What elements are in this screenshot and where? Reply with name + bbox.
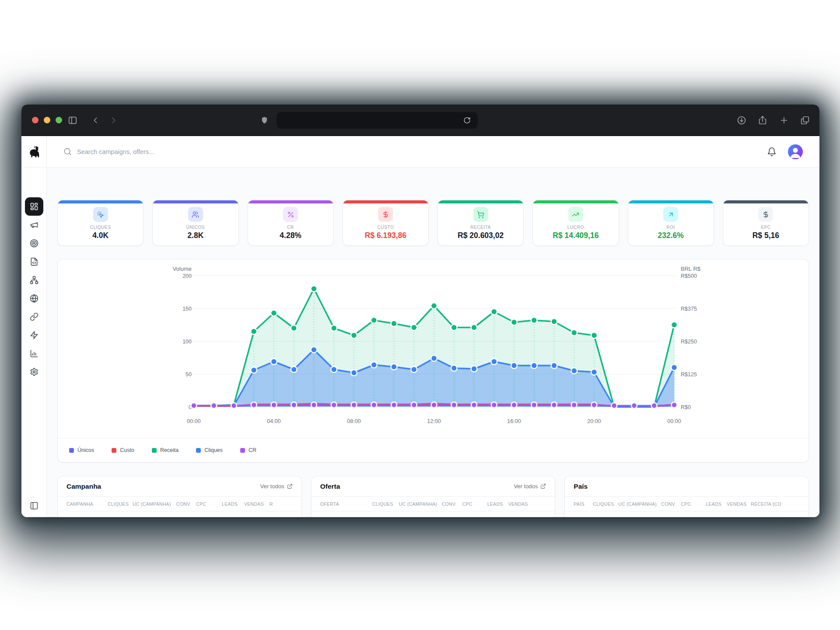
maximize-button[interactable] bbox=[56, 117, 62, 123]
receita-point[interactable] bbox=[531, 317, 537, 323]
receita-point[interactable] bbox=[331, 325, 337, 331]
minimize-button[interactable] bbox=[44, 117, 50, 123]
app-logo[interactable] bbox=[21, 136, 46, 168]
cliques-point[interactable] bbox=[291, 367, 297, 373]
receita-point[interactable] bbox=[371, 317, 377, 323]
legend-item-cliques[interactable]: Cliques bbox=[196, 447, 223, 453]
cr-point[interactable] bbox=[672, 402, 677, 408]
table-row[interactable]: Nutra - USA - 200$39963996157R$ 1,550157 bbox=[312, 511, 555, 517]
cliques-point[interactable] bbox=[371, 362, 377, 368]
sidebar-item-dashboard[interactable] bbox=[25, 197, 43, 216]
sidebar-item-settings[interactable] bbox=[25, 363, 43, 381]
ver-todos-link[interactable]: Ver todos bbox=[514, 483, 546, 490]
cr-point[interactable] bbox=[351, 402, 357, 408]
cliques-point[interactable] bbox=[351, 370, 357, 376]
close-button[interactable] bbox=[32, 117, 38, 123]
cliques-point[interactable] bbox=[331, 367, 337, 373]
cliques-point[interactable] bbox=[671, 364, 677, 371]
legend-item-receita[interactable]: Receita bbox=[152, 447, 178, 453]
receita-point[interactable] bbox=[311, 286, 317, 292]
sidebar-item-landing-pages[interactable] bbox=[25, 252, 43, 271]
table-row[interactable]: CBO CAMP 0239963996157R$ 1,550157R bbox=[58, 511, 301, 517]
avatar[interactable] bbox=[788, 144, 803, 159]
cr-point[interactable] bbox=[231, 403, 237, 409]
cr-point[interactable] bbox=[471, 402, 477, 408]
cr-point[interactable] bbox=[631, 403, 637, 409]
sidebar-item-reports[interactable] bbox=[25, 344, 43, 363]
cr-point[interactable] bbox=[211, 403, 217, 409]
url-bar[interactable] bbox=[276, 112, 478, 129]
cr-point[interactable] bbox=[371, 402, 377, 408]
receita-point[interactable] bbox=[391, 321, 397, 327]
receita-point[interactable] bbox=[351, 332, 357, 339]
cr-point[interactable] bbox=[511, 402, 517, 408]
receita-point[interactable] bbox=[471, 325, 477, 331]
receita-point[interactable] bbox=[251, 329, 257, 335]
cr-point[interactable] bbox=[251, 402, 257, 408]
cliques-point[interactable] bbox=[511, 363, 517, 369]
sidebar-item-campaigns[interactable] bbox=[25, 216, 43, 234]
cr-point[interactable] bbox=[571, 402, 577, 408]
reload-icon[interactable] bbox=[463, 116, 471, 124]
receita-point[interactable] bbox=[591, 332, 597, 339]
table-row[interactable]: BR2350235095R$ 1,55095R$ 9.288,09 bbox=[565, 511, 808, 517]
cr-point[interactable] bbox=[271, 402, 277, 408]
cr-point[interactable] bbox=[411, 402, 417, 408]
cliques-point[interactable] bbox=[271, 359, 277, 365]
receita-point[interactable] bbox=[511, 319, 517, 326]
cliques-point[interactable] bbox=[391, 364, 397, 370]
cliques-point[interactable] bbox=[311, 347, 317, 353]
cr-point[interactable] bbox=[611, 403, 617, 409]
legend-item-únicos[interactable]: Únicos bbox=[69, 447, 94, 453]
cr-point[interactable] bbox=[592, 402, 597, 408]
cr-point[interactable] bbox=[311, 402, 317, 408]
ver-todos-link[interactable]: Ver todos bbox=[260, 483, 293, 490]
cr-point[interactable] bbox=[191, 403, 197, 409]
cliques-point[interactable] bbox=[591, 369, 597, 375]
cr-point[interactable] bbox=[331, 402, 337, 408]
cliques-point[interactable] bbox=[491, 359, 497, 365]
forward-icon[interactable] bbox=[109, 116, 119, 125]
cr-point[interactable] bbox=[531, 402, 537, 408]
receita-point[interactable] bbox=[551, 318, 557, 325]
share-icon[interactable] bbox=[758, 116, 767, 125]
receita-point[interactable] bbox=[451, 325, 457, 331]
back-icon[interactable] bbox=[91, 116, 100, 125]
receita-point[interactable] bbox=[271, 310, 277, 316]
cliques-point[interactable] bbox=[531, 363, 537, 369]
receita-point[interactable] bbox=[411, 325, 417, 331]
cr-point[interactable] bbox=[391, 402, 397, 408]
bell-icon[interactable] bbox=[767, 147, 777, 157]
cliques-point[interactable] bbox=[251, 367, 257, 373]
cliques-point[interactable] bbox=[411, 367, 417, 373]
receita-point[interactable] bbox=[671, 322, 677, 328]
receita-point[interactable] bbox=[291, 325, 297, 331]
cr-point[interactable] bbox=[651, 403, 657, 409]
sidebar-item-links[interactable] bbox=[25, 308, 43, 326]
legend-item-custo[interactable]: Custo bbox=[112, 447, 134, 453]
sidebar-item-domains[interactable] bbox=[25, 289, 43, 308]
cr-point[interactable] bbox=[431, 402, 437, 408]
sidebar-item-automation[interactable] bbox=[25, 326, 43, 344]
new-tab-icon[interactable] bbox=[779, 116, 789, 125]
download-icon[interactable] bbox=[737, 116, 746, 125]
sidebar-toggle-icon[interactable] bbox=[68, 116, 77, 125]
cliques-point[interactable] bbox=[431, 355, 437, 361]
sidebar-item-flows[interactable] bbox=[25, 271, 43, 289]
cliques-point[interactable] bbox=[551, 363, 557, 369]
cliques-point[interactable] bbox=[571, 368, 577, 374]
cr-point[interactable] bbox=[451, 402, 457, 408]
receita-point[interactable] bbox=[571, 330, 577, 336]
receita-point[interactable] bbox=[431, 303, 437, 309]
sidebar-item-offers[interactable] bbox=[25, 234, 43, 252]
cr-point[interactable] bbox=[291, 402, 297, 408]
tab-overview-icon[interactable] bbox=[800, 116, 810, 125]
legend-item-cr[interactable]: CR bbox=[240, 447, 256, 453]
cliques-point[interactable] bbox=[471, 366, 477, 372]
cr-point[interactable] bbox=[551, 402, 557, 408]
cr-point[interactable] bbox=[491, 402, 497, 408]
cliques-point[interactable] bbox=[451, 365, 457, 371]
receita-point[interactable] bbox=[491, 309, 497, 315]
search-input[interactable] bbox=[77, 148, 261, 155]
panel-left-icon[interactable] bbox=[30, 501, 38, 510]
